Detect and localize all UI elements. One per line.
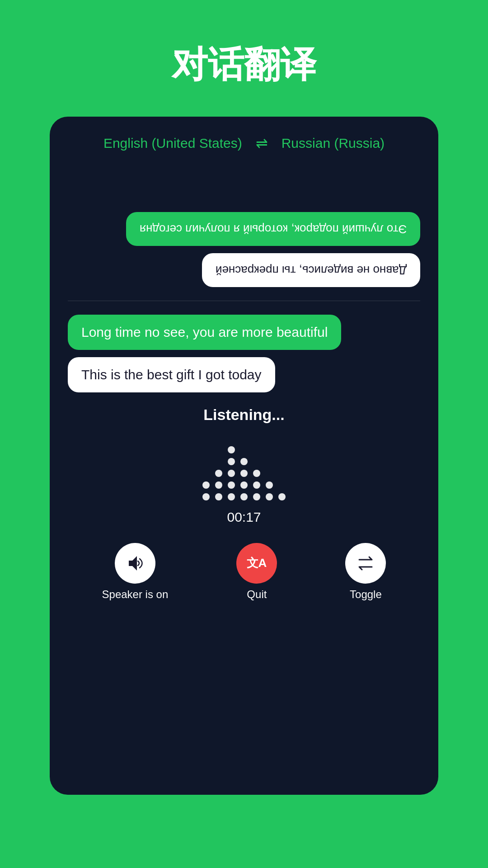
swap-languages-icon[interactable]: ⇌ <box>256 135 268 152</box>
wave-dot <box>215 493 222 500</box>
flipped-message-white: Давно не виделись, ты прекрасней <box>202 253 420 287</box>
toggle-icon-container <box>345 543 386 584</box>
speaker-icon-container <box>115 543 155 584</box>
wave-dot <box>228 481 235 489</box>
wave-dot <box>215 470 222 477</box>
wave-dot <box>240 470 248 477</box>
wave-dot <box>253 493 260 500</box>
toggle-icon <box>356 553 375 573</box>
listening-section: Listening... <box>68 406 420 610</box>
wave-dot <box>240 493 248 500</box>
speaker-icon <box>125 553 145 573</box>
listening-label: Listening... <box>203 406 284 424</box>
flipped-message-green: Это лучший подарок, который я получил се… <box>126 212 420 246</box>
wave-col-1 <box>202 481 210 500</box>
wave-dot <box>228 446 235 453</box>
wave-dot <box>202 493 210 500</box>
wave-col-7 <box>278 493 286 500</box>
quit-icon-container: 文A <box>236 543 277 584</box>
flipped-message-text-2: Давно не виделись, ты прекрасней <box>216 264 407 277</box>
svg-text:文A: 文A <box>247 556 267 570</box>
message-text-1: Long time no see, you are more beautiful <box>81 325 328 340</box>
wave-dot <box>266 481 273 489</box>
bottom-messages-area: Long time no see, you are more beautiful… <box>68 301 420 392</box>
wave-dot <box>240 481 248 489</box>
message-bubble-white-1: This is the best gift I got today <box>68 357 275 392</box>
flipped-message-text-1: Это лучший подарок, который я получил се… <box>140 222 407 236</box>
quit-button[interactable]: 文A Quit <box>236 543 277 601</box>
wave-col-6 <box>266 481 273 500</box>
target-language[interactable]: Russian (Russia) <box>282 136 385 151</box>
wave-col-4 <box>240 458 248 500</box>
source-language[interactable]: English (United States) <box>103 136 242 151</box>
recording-timer: 00:17 <box>227 509 261 525</box>
wave-col-3 <box>228 446 235 500</box>
message-text-2: This is the best gift I got today <box>81 367 262 382</box>
waveform-visualization <box>202 433 286 500</box>
toggle-button[interactable]: Toggle <box>345 543 386 601</box>
app-title: 对话翻译 <box>172 41 316 90</box>
wave-dot <box>278 493 286 500</box>
wave-dot <box>228 470 235 477</box>
language-bar: English (United States) ⇌ Russian (Russi… <box>68 135 420 152</box>
wave-dot <box>228 458 235 465</box>
toggle-label: Toggle <box>350 588 382 601</box>
wave-col-5 <box>253 470 260 500</box>
wave-dot <box>215 481 222 489</box>
controls-bar: Speaker is on 文A Quit Toggle <box>68 538 420 610</box>
main-card: English (United States) ⇌ Russian (Russi… <box>50 117 438 795</box>
wave-dot <box>253 470 260 477</box>
wave-dot <box>266 493 273 500</box>
speaker-button[interactable]: Speaker is on <box>102 543 169 601</box>
message-bubble-green-1: Long time no see, you are more beautiful <box>68 315 341 350</box>
wave-dot <box>240 458 248 465</box>
translate-icon: 文A <box>247 553 267 573</box>
speaker-label: Speaker is on <box>102 588 169 601</box>
wave-dot <box>253 481 260 489</box>
wave-col-2 <box>215 470 222 500</box>
wave-dot <box>228 493 235 500</box>
quit-label: Quit <box>247 588 267 601</box>
top-messages-area: Это лучший подарок, который я получил се… <box>68 165 420 301</box>
wave-dot <box>202 481 210 489</box>
